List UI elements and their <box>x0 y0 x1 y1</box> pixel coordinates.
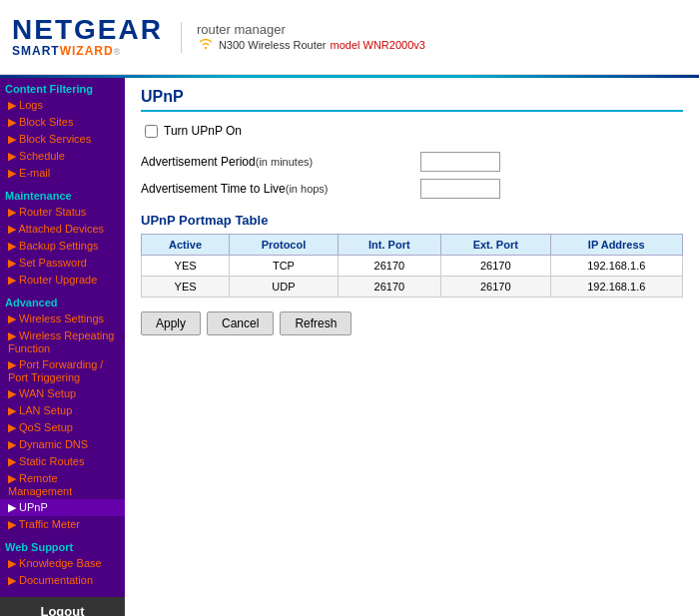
upnp-checkbox[interactable] <box>145 125 158 138</box>
sidebar-item-port-forwarding[interactable]: ▶ Port Forwarding / Port Triggering <box>0 356 125 385</box>
section-title-advanced: Advanced <box>0 293 125 310</box>
sidebar-item-traffic-meter[interactable]: ▶ Traffic Meter <box>0 516 125 533</box>
cell-int-port: 26170 <box>338 256 440 277</box>
adv-period-row: Advertisement Period(in minutes) <box>141 152 683 172</box>
cell-ip: 192.168.1.6 <box>550 277 682 298</box>
cell-active: YES <box>142 256 230 277</box>
sidebar-item-knowledge-base[interactable]: ▶ Knowledge Base <box>0 555 125 572</box>
sidebar-item-documentation[interactable]: ▶ Documentation <box>0 572 125 589</box>
upnp-checkbox-row: Turn UPnP On <box>145 124 683 138</box>
sidebar-item-remote-management[interactable]: ▶ Remote Management <box>0 470 125 499</box>
sidebar-item-wan-setup[interactable]: ▶ WAN Setup <box>0 385 125 402</box>
cell-active: YES <box>142 277 230 298</box>
upnp-checkbox-label: Turn UPnP On <box>164 124 242 138</box>
model-label: model WNR2000v3 <box>331 39 425 51</box>
logout-button[interactable]: Logout <box>0 597 125 616</box>
router-info: router manager N300 Wireless Router mode… <box>181 22 425 53</box>
smartwizard-logo: SMARTWIZARD® <box>12 44 163 58</box>
sidebar-item-wireless-settings[interactable]: ▶ Wireless Settings <box>0 310 125 327</box>
cell-protocol: TCP <box>230 256 339 277</box>
sidebar-item-static-routes[interactable]: ▶ Static Routes <box>0 453 125 470</box>
sidebar-item-block-services[interactable]: ▶ Block Services <box>0 131 125 148</box>
refresh-button[interactable]: Refresh <box>280 311 351 335</box>
sidebar-item-block-sites[interactable]: ▶ Block Sites <box>0 114 125 131</box>
content-area: UPnP Turn UPnP On Advertisement Period(i… <box>125 78 699 616</box>
sidebar-item-backup-settings[interactable]: ▶ Backup Settings <box>0 238 125 255</box>
sidebar-item-dynamic-dns[interactable]: ▶ Dynamic DNS <box>0 436 125 453</box>
router-model-line: N300 Wireless Router model WNR2000v3 <box>197 37 425 53</box>
sidebar-item-router-upgrade[interactable]: ▶ Router Upgrade <box>0 272 125 289</box>
section-content-filtering: Content Filtering ▶ Logs ▶ Block Sites ▶… <box>0 78 125 182</box>
cell-ext-port: 26170 <box>440 256 550 277</box>
sidebar-item-schedule[interactable]: ▶ Schedule <box>0 148 125 165</box>
adv-period-label: Advertisement Period(in minutes) <box>141 155 420 169</box>
col-ext-port: Ext. Port <box>440 235 550 256</box>
table-header-row: Active Protocol Int. Port Ext. Port IP A… <box>142 235 683 256</box>
sidebar-item-attached-devices[interactable]: ▶ Attached Devices <box>0 221 125 238</box>
sidebar-item-lan-setup[interactable]: ▶ LAN Setup <box>0 402 125 419</box>
netgear-logo: NETGEAR <box>12 16 163 44</box>
sidebar: Content Filtering ▶ Logs ▶ Block Sites ▶… <box>0 78 125 616</box>
col-protocol: Protocol <box>230 235 339 256</box>
sidebar-item-logs[interactable]: ▶ Logs <box>0 97 125 114</box>
sidebar-item-set-password[interactable]: ▶ Set Password <box>0 255 125 272</box>
sidebar-item-email[interactable]: ▶ E-mail <box>0 165 125 182</box>
col-active: Active <box>142 235 230 256</box>
section-advanced: Advanced ▶ Wireless Settings ▶ Wireless … <box>0 293 125 533</box>
sidebar-item-upnp[interactable]: ▶ UPnP <box>0 499 125 516</box>
portmap-table: Active Protocol Int. Port Ext. Port IP A… <box>141 234 683 298</box>
sidebar-item-wireless-repeating[interactable]: ▶ Wireless Repeating Function <box>0 327 125 356</box>
col-ip-address: IP Address <box>550 235 682 256</box>
sidebar-item-router-status[interactable]: ▶ Router Status <box>0 204 125 221</box>
cell-ip: 192.168.1.6 <box>550 256 682 277</box>
sidebar-item-qos-setup[interactable]: ▶ QoS Setup <box>0 419 125 436</box>
cell-protocol: UDP <box>230 277 339 298</box>
logo-block: NETGEAR SMARTWIZARD® <box>12 16 163 58</box>
button-row: Apply Cancel Refresh <box>141 311 683 335</box>
adv-ttl-row: Advertisement Time to Live(in hops) <box>141 179 683 199</box>
router-manager-label: router manager <box>197 22 425 37</box>
adv-period-input[interactable] <box>420 152 500 172</box>
wifi-icon <box>197 37 215 53</box>
cancel-button[interactable]: Cancel <box>207 311 274 335</box>
col-int-port: Int. Port <box>338 235 440 256</box>
adv-ttl-label: Advertisement Time to Live(in hops) <box>141 182 420 196</box>
section-title-content-filtering: Content Filtering <box>0 78 125 97</box>
apply-button[interactable]: Apply <box>141 311 201 335</box>
header: NETGEAR SMARTWIZARD® router manager N300… <box>0 0 699 75</box>
section-title-maintenance: Maintenance <box>0 186 125 204</box>
cell-int-port: 26170 <box>338 277 440 298</box>
table-row: YES UDP 26170 26170 192.168.1.6 <box>142 277 683 298</box>
main-layout: Content Filtering ▶ Logs ▶ Block Sites ▶… <box>0 78 699 616</box>
page-title: UPnP <box>141 88 683 112</box>
section-title-web-support: Web Support <box>0 537 125 555</box>
adv-ttl-input[interactable] <box>420 179 500 199</box>
section-maintenance: Maintenance ▶ Router Status ▶ Attached D… <box>0 186 125 289</box>
section-web-support: Web Support ▶ Knowledge Base ▶ Documenta… <box>0 537 125 589</box>
table-row: YES TCP 26170 26170 192.168.1.6 <box>142 256 683 277</box>
cell-ext-port: 26170 <box>440 277 550 298</box>
portmap-table-title: UPnP Portmap Table <box>141 213 683 228</box>
